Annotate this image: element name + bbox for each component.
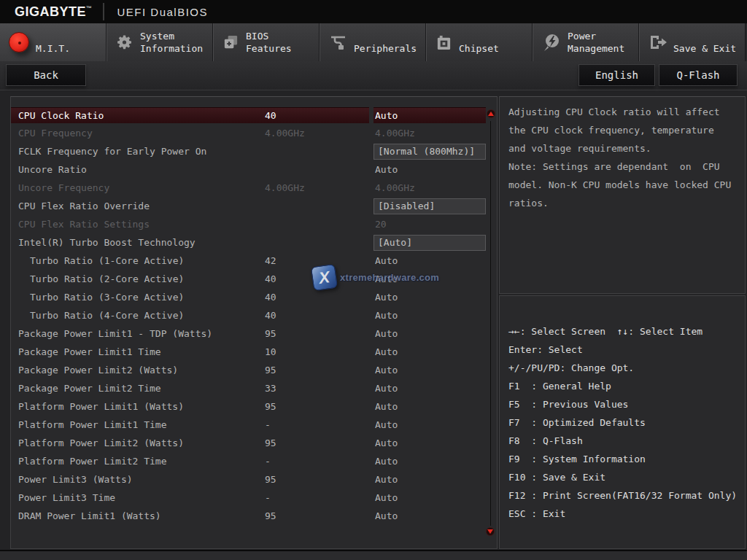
setting-row-main: Platform Power Limit1 Time- <box>11 417 369 433</box>
setting-row-main: Platform Power Limit2 (Watts)95 <box>11 435 369 451</box>
tab-system-information[interactable]: SystemInformation <box>107 23 213 61</box>
setting-current-value: 95 <box>265 401 369 412</box>
setting-option-text: Auto <box>374 456 398 467</box>
setting-row-main: Power Limit3 (Watts)95 <box>11 472 369 488</box>
setting-option-text: Auto <box>374 310 398 321</box>
setting-current-value: - <box>265 492 369 503</box>
tab-chipset[interactable]: Chipset <box>426 23 533 61</box>
setting-label: CPU Frequency <box>11 128 265 139</box>
help-text-line: model. Non-K CPU models have locked CPU <box>508 176 745 194</box>
language-button[interactable]: English <box>578 64 655 86</box>
setting-option-text: Auto <box>374 492 398 503</box>
setting-current-value: 95 <box>265 474 369 485</box>
setting-row-main: CPU Flex Ratio Settings <box>11 217 369 233</box>
scroll-down-arrow[interactable] <box>486 527 495 536</box>
setting-label: FCLK Frequency for Early Power On <box>11 146 265 157</box>
setting-option-value: Auto <box>374 417 486 433</box>
setting-row[interactable]: CPU Clock Ratio40Auto <box>11 106 497 124</box>
setting-row[interactable]: Turbo Ratio (2-Core Active)40Auto <box>11 270 497 288</box>
key-legend-line: F1 : General Help <box>508 377 745 395</box>
scrollbar-track[interactable] <box>490 121 491 526</box>
brand-text: GIGABYTE <box>15 4 86 19</box>
setting-row[interactable]: Platform Power Limit1 (Watts)95Auto <box>11 397 497 416</box>
setting-row[interactable]: Package Power Limit2 Time33Auto <box>11 379 497 397</box>
key-legend-line: F9 : System Information <box>508 450 745 468</box>
lightning-icon <box>542 34 561 52</box>
setting-row[interactable]: DRAM Power Limit1 (Watts)95Auto <box>11 507 497 525</box>
mit-red-dot-icon <box>9 32 29 52</box>
setting-label: Platform Power Limit1 Time <box>11 419 265 430</box>
setting-row-main: Platform Power Limit2 Time- <box>11 454 369 470</box>
setting-row-main: Package Power Limit2 Time33 <box>11 381 369 397</box>
setting-row[interactable]: Turbo Ratio (4-Core Active)40Auto <box>11 306 497 324</box>
tab-label: BIOSFeatures <box>246 30 292 55</box>
firmware-title: UEFI DualBIOS <box>117 6 209 18</box>
key-legend-line: F12 : Print Screen(FAT16/32 Format Only) <box>508 486 745 505</box>
setting-option-text: Auto <box>374 164 398 175</box>
tab-label: M.I.T. <box>36 42 70 55</box>
setting-row[interactable]: Package Power Limit1 - TDP (Watts)95Auto <box>11 324 497 343</box>
setting-option-text: Auto <box>374 328 398 339</box>
setting-option-value: Auto <box>374 253 486 269</box>
setting-row-main: Power Limit3 Time- <box>11 490 369 506</box>
setting-option-text: Auto <box>374 510 398 521</box>
setting-row-main: Turbo Ratio (3-Core Active)40 <box>11 289 369 306</box>
folders-icon <box>222 34 239 51</box>
tab-save-exit[interactable]: Save & Exit <box>639 23 746 61</box>
setting-row-main: Turbo Ratio (4-Core Active)40 <box>11 308 369 324</box>
setting-label: Package Power Limit1 - TDP (Watts) <box>11 328 265 339</box>
setting-option-value[interactable]: [Disabled] <box>374 198 486 214</box>
setting-option-value: Auto <box>374 362 486 378</box>
setting-row[interactable]: Package Power Limit1 Time10Auto <box>11 343 497 361</box>
setting-label: CPU Flex Ratio Settings <box>11 219 265 230</box>
qflash-button[interactable]: Q-Flash <box>659 64 738 86</box>
setting-row[interactable]: Platform Power Limit2 (Watts)95Auto <box>11 434 497 452</box>
setting-row-main: Package Power Limit2 (Watts)95 <box>11 362 369 378</box>
setting-row[interactable]: FCLK Frequency for Early Power On[Normal… <box>11 142 497 160</box>
setting-current-value: 95 <box>265 365 369 376</box>
setting-row[interactable]: Turbo Ratio (3-Core Active)40Auto <box>11 288 497 306</box>
setting-row[interactable]: Power Limit3 Time-Auto <box>11 489 497 507</box>
item-help-panel: Adjusting CPU Clock ratio will affectthe… <box>499 96 746 294</box>
setting-row[interactable]: Platform Power Limit2 Time-Auto <box>11 452 497 470</box>
scroll-up-arrow[interactable] <box>487 109 495 118</box>
back-button[interactable]: Back <box>6 64 86 86</box>
toolbar-strip: Back English Q-Flash <box>0 61 747 90</box>
tab-label: Save & Exit <box>673 42 736 55</box>
setting-row[interactable]: Turbo Ratio (1-Core Active)42Auto <box>11 252 497 270</box>
setting-label: Package Power Limit2 (Watts) <box>11 365 265 376</box>
setting-option-value[interactable]: [Normal (800Mhz)] <box>374 144 486 160</box>
setting-current-value: 40 <box>265 310 369 321</box>
help-text-line: the CPU clock frequency, temperature <box>508 121 745 139</box>
gear-icon <box>116 34 133 51</box>
setting-row[interactable]: Power Limit3 (Watts)95Auto <box>11 470 497 489</box>
triangle-down-icon <box>487 529 493 534</box>
setting-row[interactable]: Package Power Limit2 (Watts)95Auto <box>11 361 497 379</box>
setting-label: CPU Clock Ratio <box>11 110 265 121</box>
setting-option-text: 4.00GHz <box>374 182 415 193</box>
tab-peripherals[interactable]: Peripherals <box>320 23 426 61</box>
setting-option-value: Auto <box>374 381 486 397</box>
setting-row-main: Package Power Limit1 Time10 <box>11 344 369 360</box>
tab-label: PowerManagement <box>568 30 624 55</box>
setting-option-value[interactable]: [Auto] <box>374 235 486 251</box>
setting-row[interactable]: Platform Power Limit1 Time-Auto <box>11 416 497 434</box>
key-legend-line: F5 : Previous Values <box>508 395 745 413</box>
setting-row-main: Uncore Frequency4.00GHz <box>11 180 369 196</box>
tab-mit[interactable]: M.I.T. <box>0 23 107 61</box>
setting-row[interactable]: Uncore Frequency4.00GHz4.00GHz <box>11 179 497 197</box>
tab-bios-features[interactable]: BIOSFeatures <box>213 23 320 61</box>
tab-label: SystemInformation <box>140 30 203 55</box>
tab-power-management[interactable]: PowerManagement <box>533 23 639 61</box>
setting-row[interactable]: CPU Frequency4.00GHz4.00GHz <box>11 124 497 142</box>
setting-row[interactable]: Uncore RatioAuto <box>11 160 497 179</box>
setting-row[interactable]: CPU Flex Ratio Settings20 <box>11 215 497 233</box>
setting-row-main: DRAM Power Limit1 (Watts)95 <box>11 508 369 524</box>
setting-label: Turbo Ratio (3-Core Active) <box>11 292 265 303</box>
setting-row-main: FCLK Frequency for Early Power On <box>11 144 369 160</box>
triangle-up-icon <box>488 112 494 116</box>
setting-option-value: Auto <box>374 344 486 360</box>
setting-row[interactable]: CPU Flex Ratio Override[Disabled] <box>11 197 497 215</box>
setting-option-value: Auto <box>374 326 486 342</box>
setting-row[interactable]: Intel(R) Turbo Boost Technology[Auto] <box>11 233 497 252</box>
